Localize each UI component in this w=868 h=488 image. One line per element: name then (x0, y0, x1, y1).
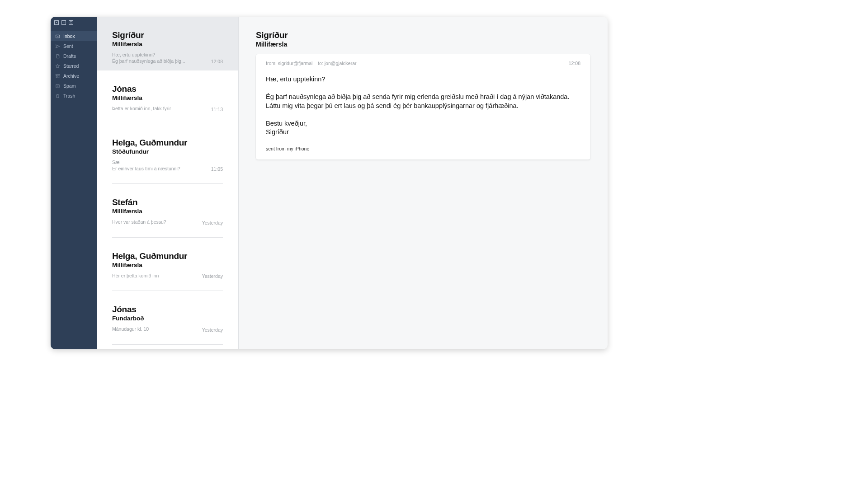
message-item[interactable]: JónasFundarboðMánudagur kl. 10Yesterday (97, 291, 238, 339)
trash-icon (55, 94, 60, 99)
archive-icon (55, 74, 60, 79)
message-time: 11:05 (211, 166, 223, 172)
sidebar-item-starred[interactable]: Starred (51, 61, 97, 71)
message-subject: Millifærsla (112, 94, 223, 101)
reading-time: 12:08 (569, 61, 580, 66)
message-time: Yesterday (202, 220, 223, 225)
spam-icon (55, 84, 60, 89)
from-label: from: (266, 61, 277, 66)
sidebar-item-spam[interactable]: Spam (51, 81, 97, 91)
message-subject: Millifærsla (112, 208, 223, 215)
message-item[interactable]: JónasMillifærslaÞetta er komið inn, takk… (97, 70, 238, 118)
message-item[interactable]: Helga, GuðmundurStöðufundurSæl Er einhve… (97, 124, 238, 178)
window-controls: ✕ − ◱ (51, 17, 97, 28)
reading-subject: Millifærsla (256, 41, 590, 48)
message-item[interactable]: Helga, GuðmundurMillifærslaHér er þetta … (97, 238, 238, 286)
folder-label: Starred (63, 63, 79, 69)
message-time: Yesterday (202, 273, 223, 279)
message-item[interactable]: StefánMillifærslaHver var staðan á þessu… (97, 184, 238, 232)
message-time: Yesterday (202, 327, 223, 333)
message-preview: Sæl Er einhver laus tími á næstunni? (112, 160, 223, 172)
folder-label: Inbox (63, 33, 75, 39)
sidebar-item-archive[interactable]: Archive (51, 71, 97, 81)
reading-body: Hæ, ertu upptekinn? Ég þarf nauðsynlega … (266, 75, 580, 137)
sidebar-item-sent[interactable]: Sent (51, 41, 97, 51)
reading-sender: Sigríður (256, 30, 590, 40)
sidebar: ✕ − ◱ InboxSentDraftsStarredArchiveSpamT… (51, 17, 97, 349)
message-time: 11:13 (211, 107, 223, 112)
folder-label: Archive (63, 73, 79, 79)
close-window-button[interactable]: ✕ (54, 20, 59, 25)
sidebar-item-drafts[interactable]: Drafts (51, 51, 97, 61)
folder-label: Trash (63, 93, 75, 99)
message-subject: Millifærsla (112, 262, 223, 268)
message-list[interactable]: SigríðurMillifærslaHæ, ertu upptekinn? É… (97, 17, 239, 349)
to-address: jon@gjaldkerar (325, 61, 357, 66)
message-time: 12:08 (211, 59, 223, 64)
sidebar-item-inbox[interactable]: Inbox (51, 31, 97, 41)
svg-rect-0 (56, 35, 59, 38)
reading-pane: Sigríður Millifærsla from: sigridur@fjar… (239, 17, 608, 349)
message-subject: Millifærsla (112, 41, 223, 47)
from-address: sigridur@fjarmal (278, 61, 313, 66)
send-icon (55, 44, 60, 49)
folder-label: Sent (63, 43, 73, 49)
mail-icon (55, 34, 60, 39)
to-label: to: (318, 61, 323, 66)
message-item[interactable]: SigríðurMillifærslaHæ, ertu upptekinn? É… (97, 17, 238, 70)
message-subject: Fundarboð (112, 315, 223, 322)
folder-label: Drafts (63, 53, 76, 59)
message-subject: Stöðufundur (112, 148, 223, 155)
message-sender: Sigríður (112, 30, 223, 40)
reading-meta: from: sigridur@fjarmal to: jon@gjaldkera… (266, 61, 580, 66)
file-icon (55, 54, 60, 59)
message-sender: Jónas (112, 84, 223, 94)
message-item[interactable]: Guðmundur, Pétur (97, 345, 238, 349)
minimize-window-button[interactable]: − (61, 20, 66, 25)
folder-list: InboxSentDraftsStarredArchiveSpamTrash (51, 31, 97, 101)
folder-label: Spam (63, 83, 75, 89)
message-sender: Stefán (112, 197, 223, 207)
reading-card: from: sigridur@fjarmal to: jon@gjaldkera… (256, 54, 590, 160)
star-icon (55, 64, 60, 69)
message-sender: Helga, Guðmundur (112, 138, 223, 148)
svg-rect-1 (56, 74, 59, 75)
message-preview: Hæ, ertu upptekinn? Ég þarf nauðsynlega … (112, 52, 223, 64)
app-window: ✕ − ◱ InboxSentDraftsStarredArchiveSpamT… (51, 17, 608, 349)
message-sender: Jónas (112, 305, 223, 314)
message-sender: Helga, Guðmundur (112, 251, 223, 261)
reading-footer: sent from my iPhone (266, 146, 580, 151)
maximize-window-button[interactable]: ◱ (69, 20, 73, 25)
sidebar-item-trash[interactable]: Trash (51, 91, 97, 101)
message-preview: Þetta er komið inn, takk fyrir (112, 106, 223, 112)
